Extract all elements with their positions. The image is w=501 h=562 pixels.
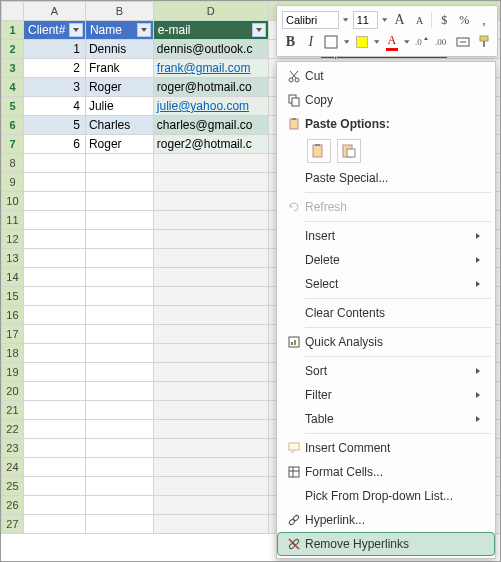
select-all-corner[interactable] [2,2,24,21]
chevron-down-icon[interactable] [343,17,348,23]
row-header[interactable]: 27 [2,515,24,534]
chevron-down-icon[interactable] [374,39,380,45]
filter-dropdown-icon[interactable] [69,23,83,37]
cell[interactable] [153,192,268,211]
cell[interactable] [85,306,153,325]
cell[interactable] [153,439,268,458]
cell[interactable] [85,344,153,363]
row-header[interactable]: 7 [2,135,24,154]
cell[interactable] [85,249,153,268]
cell[interactable] [23,154,85,173]
cell[interactable] [85,173,153,192]
cell[interactable] [85,477,153,496]
chevron-down-icon[interactable] [382,17,387,23]
accounting-format-button[interactable]: $ [436,11,452,29]
menu-format-cells[interactable]: Format Cells... [277,460,495,484]
cell[interactable]: 4 [23,97,85,116]
cell[interactable] [153,496,268,515]
cell[interactable] [153,249,268,268]
cell[interactable] [23,230,85,249]
cell[interactable] [85,211,153,230]
cell[interactable] [153,477,268,496]
increase-decimal-button[interactable]: .00 [434,33,451,51]
table-header-cell[interactable]: Name [85,21,153,40]
cell[interactable] [153,344,268,363]
row-header[interactable]: 1 [2,21,24,40]
cell[interactable] [153,268,268,287]
row-header[interactable]: 9 [2,173,24,192]
cell[interactable] [153,154,268,173]
col-header[interactable]: A [23,2,85,21]
cell[interactable] [23,363,85,382]
cell[interactable] [85,458,153,477]
cell[interactable] [23,325,85,344]
menu-sort[interactable]: Sort [277,359,495,383]
menu-hyperlink[interactable]: Hyperlink... [277,508,495,532]
shrink-font-button[interactable]: A [412,11,428,29]
menu-filter[interactable]: Filter [277,383,495,407]
col-header[interactable]: B [85,2,153,21]
row-header[interactable]: 23 [2,439,24,458]
menu-insert[interactable]: Insert [277,224,495,248]
paste-values-button[interactable] [337,139,361,163]
cell[interactable] [23,173,85,192]
chevron-down-icon[interactable] [404,39,410,45]
menu-insert-comment[interactable]: Insert Comment [277,436,495,460]
cell[interactable] [85,420,153,439]
menu-cut[interactable]: Cut [277,64,495,88]
row-header[interactable]: 20 [2,382,24,401]
cell[interactable]: 1 [23,40,85,59]
cell[interactable]: Roger [85,78,153,97]
percent-format-button[interactable]: % [456,11,472,29]
cell[interactable] [23,382,85,401]
cell[interactable]: charles@gmail.co [153,116,268,135]
chevron-down-icon[interactable] [344,39,350,45]
cell[interactable]: Dennis [85,40,153,59]
row-header[interactable]: 2 [2,40,24,59]
menu-clear-contents[interactable]: Clear Contents [277,301,495,325]
cell[interactable]: Roger [85,135,153,154]
cell[interactable] [23,268,85,287]
cell[interactable] [153,401,268,420]
row-header[interactable]: 17 [2,325,24,344]
menu-copy[interactable]: Copy [277,88,495,112]
cell[interactable] [153,515,268,534]
cell[interactable] [85,515,153,534]
cell[interactable] [153,363,268,382]
cell[interactable] [23,306,85,325]
row-header[interactable]: 25 [2,477,24,496]
filter-dropdown-icon[interactable] [137,23,151,37]
cell[interactable] [23,249,85,268]
row-header[interactable]: 3 [2,59,24,78]
cell[interactable] [153,173,268,192]
borders-button[interactable] [323,33,340,51]
cell[interactable] [85,154,153,173]
row-header[interactable]: 13 [2,249,24,268]
cell[interactable]: frank@gmail.com [153,59,268,78]
row-header[interactable]: 21 [2,401,24,420]
cell[interactable] [23,420,85,439]
menu-delete[interactable]: Delete [277,248,495,272]
cell[interactable]: dennis@outlook.c [153,40,268,59]
menu-remove-hyperlinks[interactable]: Remove Hyperlinks [277,532,495,556]
cell[interactable]: Charles [85,116,153,135]
cell[interactable] [153,287,268,306]
cell[interactable] [85,496,153,515]
menu-quick-analysis[interactable]: Quick Analysis [277,330,495,354]
cell[interactable] [85,230,153,249]
decrease-decimal-button[interactable]: .0 [414,33,431,51]
filter-dropdown-icon[interactable] [252,23,266,37]
row-header[interactable]: 5 [2,97,24,116]
cell[interactable]: roger2@hotmail.c [153,135,268,154]
cell[interactable] [23,496,85,515]
cell[interactable] [23,515,85,534]
cell[interactable] [23,401,85,420]
row-header[interactable]: 12 [2,230,24,249]
cell[interactable] [23,192,85,211]
cell[interactable] [153,458,268,477]
cell[interactable] [153,230,268,249]
format-painter-button[interactable] [475,33,492,51]
menu-paste-special[interactable]: Paste Special... [277,166,495,190]
paste-button[interactable] [307,139,331,163]
font-name-dropdown[interactable]: Calibri [282,11,339,29]
